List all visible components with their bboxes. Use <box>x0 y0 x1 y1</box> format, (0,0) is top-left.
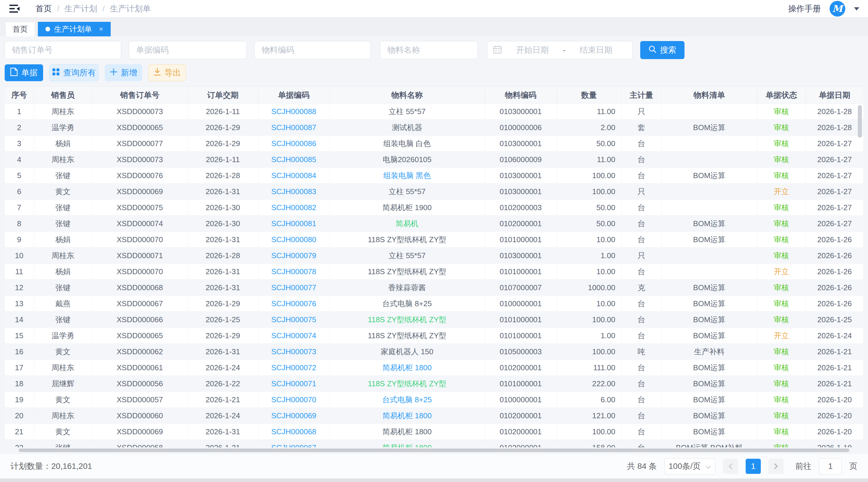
table-row[interactable]: 2温学勇XSDD0000652026-1-29SCJH000087测试机器010… <box>5 120 863 136</box>
cell-delivery: 2026-1-28 <box>188 168 258 184</box>
cell-unit: 只 <box>621 104 661 120</box>
table-row[interactable]: 12张键XSDD0000682026-1-31SCJH000077香辣蒜蓉酱01… <box>5 280 863 296</box>
table-row[interactable]: 16黄文XSDD0000622026-1-31SCJH000073家庭机器人 1… <box>5 344 863 360</box>
breadcrumb-production-plan[interactable]: 生产计划 <box>65 3 97 14</box>
material-name-input[interactable] <box>380 41 478 59</box>
chevron-down-icon[interactable] <box>854 7 859 10</box>
cell-seq: 11 <box>5 264 34 280</box>
cell-bom <box>661 136 757 152</box>
grid-icon <box>52 68 60 78</box>
cell-doc-code[interactable]: SCJH000074 <box>258 328 330 344</box>
vertical-scrollbar[interactable] <box>858 105 862 138</box>
add-button[interactable]: 新增 <box>105 64 142 81</box>
table-row[interactable]: 21黄文XSDD0000692026-1-31SCJH000068简易机柜 18… <box>5 424 863 440</box>
table-row[interactable]: 14张键XSDD0000662026-1-25SCJH000075118S ZY… <box>5 312 863 328</box>
cell-doc-code[interactable]: SCJH000087 <box>258 120 330 136</box>
table-row[interactable]: 9杨娟XSDD0000702026-1-31SCJH000080118S ZY型… <box>5 232 863 248</box>
breadcrumb-home[interactable]: 首页 <box>35 3 52 14</box>
column-header: 物料名称 <box>330 87 485 104</box>
cell-qty: 11.00 <box>557 152 621 168</box>
cell-doc-code[interactable]: SCJH000070 <box>258 392 330 408</box>
collapse-menu-icon[interactable] <box>9 3 21 14</box>
cell-seq: 22 <box>5 440 34 448</box>
cell-doc-code[interactable]: SCJH000079 <box>258 248 330 264</box>
date-range-picker[interactable]: 开始日期 - 结束日期 <box>487 41 633 59</box>
chevron-down-icon <box>706 462 711 471</box>
top-bar: 首页 / 生产计划 / 生产计划单 操作手册 M <box>0 0 868 18</box>
table-row[interactable]: 4周桂东XSDD0000732026-1-11SCJH000085电脑20260… <box>5 152 863 168</box>
cell-doc-code[interactable]: SCJH000072 <box>258 360 330 376</box>
table-row[interactable]: 13戴燕XSDD0000672026-1-29SCJH000076台式电脑 8+… <box>5 296 863 312</box>
table-row[interactable]: 6黄文XSDD0000692026-1-31SCJH000083立柱 55*57… <box>5 184 863 200</box>
breadcrumb-production-plan-order[interactable]: 生产计划单 <box>110 3 151 14</box>
cell-doc-code[interactable]: SCJH000078 <box>258 264 330 280</box>
page-unit-label: 页 <box>849 461 858 472</box>
search-button[interactable]: 搜索 <box>640 41 684 59</box>
doc-code-input[interactable] <box>129 41 247 59</box>
cell-doc-code[interactable]: SCJH000084 <box>258 168 330 184</box>
avatar[interactable]: M <box>830 1 845 17</box>
table-row[interactable]: 10周桂东XSDD0000712026-1-28SCJH000079立柱 55*… <box>5 248 863 264</box>
sales-order-input[interactable] <box>5 41 121 59</box>
tab-close-icon[interactable]: × <box>99 25 103 33</box>
tab-home[interactable]: 首页 <box>5 22 35 36</box>
cell-doc-code[interactable]: SCJH000083 <box>258 184 330 200</box>
cell-date: 2026-1-21 <box>806 360 863 376</box>
cell-doc-code[interactable]: SCJH000068 <box>258 424 330 440</box>
cell-sales-order: XSDD000069 <box>92 424 188 440</box>
cell-salesperson: 杨娟 <box>34 136 92 152</box>
cell-qty: 50.00 <box>557 200 621 216</box>
table-row[interactable]: 17周桂东XSDD0000612026-1-24SCJH000072简易机柜 1… <box>5 360 863 376</box>
query-all-button[interactable]: 查询所有 <box>50 64 98 81</box>
cell-doc-code[interactable]: SCJH000082 <box>258 200 330 216</box>
next-page-button[interactable] <box>768 459 783 474</box>
cell-doc-code[interactable]: SCJH000085 <box>258 152 330 168</box>
document-button[interactable]: 单据 <box>5 64 43 81</box>
plan-quantity-summary: 计划数量：20,161,201 <box>10 461 92 472</box>
cell-doc-code[interactable]: SCJH000088 <box>258 104 330 120</box>
table-row[interactable]: 5张键XSDD0000762026-1-28SCJH000084组装电脑 黑色0… <box>5 168 863 184</box>
cell-doc-code[interactable]: SCJH000069 <box>258 408 330 424</box>
cell-material-code: 0101000001 <box>485 328 557 344</box>
table-row[interactable]: 20周桂东XSDD0000602026-1-24SCJH000069简易机柜 1… <box>5 408 863 424</box>
export-button[interactable]: 导出 <box>149 64 186 81</box>
operation-manual-link[interactable]: 操作手册 <box>788 3 821 14</box>
end-date-placeholder[interactable]: 结束日期 <box>565 44 626 56</box>
cell-doc-code[interactable]: SCJH000071 <box>258 376 330 392</box>
table-row[interactable]: 1周桂东XSDD0000732026-1-11SCJH000088立柱 55*5… <box>5 104 863 120</box>
cell-delivery: 2026-1-31 <box>188 424 258 440</box>
cell-qty: 11.00 <box>557 104 621 120</box>
cell-bom: BOM运算 <box>661 168 757 184</box>
cell-doc-code[interactable]: SCJH000086 <box>258 136 330 152</box>
cell-doc-code[interactable]: SCJH000073 <box>258 344 330 360</box>
table-row[interactable]: 15温学勇XSDD0000652026-1-29SCJH000074118S Z… <box>5 328 863 344</box>
cell-salesperson: 杨娟 <box>34 232 92 248</box>
start-date-placeholder[interactable]: 开始日期 <box>502 44 563 56</box>
cell-unit: 台 <box>621 376 661 392</box>
tab-production-plan-order[interactable]: 生产计划单 × <box>38 22 111 36</box>
table-row[interactable]: 7张键XSDD0000752026-1-30SCJH000082简易机柜 190… <box>5 200 863 216</box>
page-number-button[interactable]: 1 <box>746 459 761 474</box>
breadcrumb-separator: / <box>102 4 105 13</box>
cell-sales-order: XSDD000067 <box>92 296 188 312</box>
cell-doc-code[interactable]: SCJH000075 <box>258 312 330 328</box>
goto-page-input[interactable] <box>819 458 842 475</box>
cell-bom: BOM运算 <box>661 296 757 312</box>
table-row[interactable]: 19黄文XSDD0000572026-1-21SCJH000070台式电脑 8+… <box>5 392 863 408</box>
cell-doc-code[interactable]: SCJH000080 <box>258 232 330 248</box>
cell-doc-code[interactable]: SCJH000077 <box>258 280 330 296</box>
cell-doc-code[interactable]: SCJH000076 <box>258 296 330 312</box>
table-row[interactable]: 11杨娟XSDD0000702026-1-31SCJH000078118S ZY… <box>5 264 863 280</box>
table-row[interactable]: 3杨娟XSDD0000772026-1-29SCJH000086组装电脑 白色0… <box>5 136 863 152</box>
page-size-select[interactable]: 100条/页 <box>664 458 715 475</box>
prev-page-button[interactable] <box>723 459 738 474</box>
page-horizontal-scrollbar[interactable] <box>0 479 868 482</box>
material-code-input[interactable] <box>254 41 371 59</box>
table-row[interactable]: 22张键XSDD0000582026-1-21SCJH000067简易机柜 18… <box>5 440 863 448</box>
table-row[interactable]: 8张键XSDD0000742026-1-30SCJH000081简易机01020… <box>5 216 863 232</box>
cell-doc-code[interactable]: SCJH000067 <box>258 440 330 448</box>
table-row[interactable]: 18屈继辉XSDD0000562026-1-22SCJH000071118S Z… <box>5 376 863 392</box>
cell-material-code: 0103000001 <box>485 248 557 264</box>
horizontal-scrollbar[interactable] <box>19 449 849 452</box>
cell-doc-code[interactable]: SCJH000081 <box>258 216 330 232</box>
